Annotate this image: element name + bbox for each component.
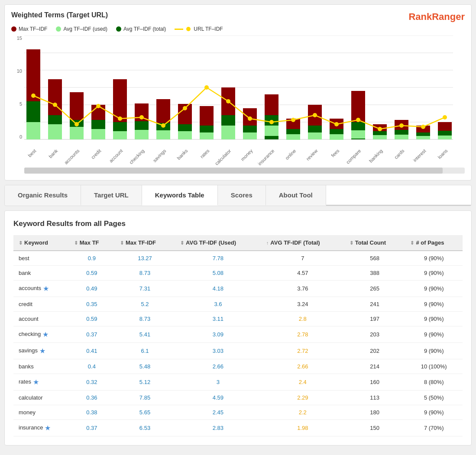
table-section: Keyword Results from all Pages ⇕Keyword … [4,210,472,445]
col-avg-used[interactable]: ⇕AVG TF-IDF (Used) [175,235,261,251]
svg-point-76 [378,127,382,131]
chart-section: RankRanger Weighted Terms (Target URL) M… [4,4,472,181]
col-max-tf[interactable]: ⇕Max TF [69,235,115,251]
cell-max-tfidf: 5.41 [115,326,175,343]
cell-max-tf: 0.37 [69,420,115,436]
svg-point-77 [399,123,404,128]
svg-text:compare: compare [345,148,362,165]
chart-scrollbar[interactable] [24,168,465,174]
svg-text:cards: cards [393,148,405,160]
table-body: best 0.9 13.27 7.78 7 568 9 (90%) bank 0… [13,251,463,436]
svg-rect-27 [200,132,214,139]
col-avg-total[interactable]: ↑AVG TF-IDF (Total) [261,235,344,251]
svg-point-75 [356,118,360,122]
legend-dot-max [11,26,16,32]
cell-keyword: credit [13,297,69,312]
cell-total-count: 388 [344,266,405,281]
svg-rect-30 [221,126,235,139]
bar-best-used [26,122,40,139]
cell-pages: 9 (90%) [405,343,463,359]
cell-max-tf: 0.36 [69,390,115,405]
cell-max-tfidf: 5.48 [115,359,175,374]
svg-point-64 [118,116,122,121]
cell-max-tfidf: 5.65 [115,405,175,420]
svg-point-70 [248,116,252,121]
star-icon: ★ [43,284,49,293]
cell-max-tf: 0.59 [69,312,115,326]
svg-rect-18 [135,130,149,139]
cell-total-count: 203 [344,326,405,343]
col-max-tfidf[interactable]: ⇕Max TF-IDF [115,235,175,251]
svg-point-79 [443,115,447,119]
cell-avg-used: 3.03 [175,343,261,359]
svg-text:rates: rates [199,148,210,159]
tab-target-url[interactable]: Target URL [81,185,142,206]
cell-total-count: 160 [344,374,405,390]
table-row: account 0.59 8.73 3.11 2.8 197 9 (90%) [13,312,463,326]
col-keyword[interactable]: ⇕Keyword [13,235,69,251]
table-row: banks 0.4 5.48 2.66 2.66 214 10 (100%) [13,359,463,374]
cell-avg-used: 5.08 [175,266,261,281]
star-icon: ★ [42,330,49,339]
cell-avg-used: 3.09 [175,326,261,343]
svg-text:review: review [305,148,319,161]
svg-text:best: best [27,148,37,158]
tab-organic-results[interactable]: Organic Results [5,185,81,206]
url-dot-best [31,94,36,98]
cell-max-tf: 0.9 [69,251,115,266]
svg-rect-51 [373,135,387,139]
cell-max-tfidf: 5.12 [115,374,175,390]
col-total-count[interactable]: ⇕Total Count [344,235,405,251]
cell-keyword: banks [13,359,69,374]
tab-scores[interactable]: Scores [218,185,266,206]
cell-max-tf: 0.32 [69,374,115,390]
tabs-header: Organic Results Target URL Keywords Tabl… [5,185,471,206]
svg-text:account: account [108,148,124,164]
cell-max-tfidf: 7.31 [115,281,175,297]
svg-point-72 [291,118,295,122]
table-row: checking★ 0.37 5.41 3.09 2.78 203 9 (90%… [13,326,463,343]
tab-about-tool[interactable]: About Tool [266,185,326,206]
star-icon: ★ [39,347,45,355]
svg-rect-48 [351,130,365,139]
svg-rect-39 [286,134,300,140]
svg-point-65 [139,115,144,119]
cell-max-tfidf: 13.27 [115,251,175,266]
cell-total-count: 113 [344,390,405,405]
legend-item-max-tfidf: Max TF–IDF [11,26,47,32]
cell-pages: 9 (90%) [405,326,463,343]
cell-avg-used: 4.18 [175,281,261,297]
table-header-row: ⇕Keyword ⇕Max TF ⇕Max TF-IDF ⇕AVG TF-IDF… [13,235,463,251]
svg-text:money: money [240,148,254,162]
cell-avg-total: 2.4 [261,374,344,390]
cell-pages: 5 (50%) [405,390,463,405]
cell-total-count: 197 [344,312,405,326]
cell-max-tfidf: 6.1 [115,343,175,359]
table-row: insurance★ 0.37 6.53 2.83 1.98 150 7 (70… [13,420,463,436]
svg-text:insurance: insurance [257,148,275,165]
chart-wrapper: 15 10 5 0 [11,35,465,165]
cell-pages: 9 (90%) [405,312,463,326]
col-pages[interactable]: ⇕# of Pages [405,235,463,251]
table-row: bank 0.59 8.73 5.08 4.57 388 9 (90%) [13,266,463,281]
svg-rect-36 [265,126,278,136]
svg-text:interest: interest [412,148,427,163]
tab-keywords-table[interactable]: Keywords Table [142,185,218,206]
cell-avg-used: 3.6 [175,297,261,312]
brand-logo: RankRanger [408,11,465,23]
cell-keyword: money [13,405,69,420]
legend-item-avg-used: Avg TF–IDF (used) [56,26,107,32]
cell-avg-total: 2.66 [261,359,344,374]
cell-avg-total: 1.98 [261,420,344,436]
cell-max-tf: 0.37 [69,326,115,343]
cell-avg-total: 3.76 [261,281,344,297]
svg-rect-45 [330,134,343,140]
cell-max-tfidf: 6.53 [115,420,175,436]
cell-avg-total: 2.78 [261,326,344,343]
cell-avg-used: 2.83 [175,420,261,436]
y-label-0: 0 [19,134,22,139]
legend-label-url: URL TF–IDF [194,26,223,32]
keywords-table: ⇕Keyword ⇕Max TF ⇕Max TF-IDF ⇕AVG TF-IDF… [13,235,463,436]
cell-max-tfidf: 7.85 [115,390,175,405]
chart-svg: best bank accounts credit account checki… [24,35,453,165]
